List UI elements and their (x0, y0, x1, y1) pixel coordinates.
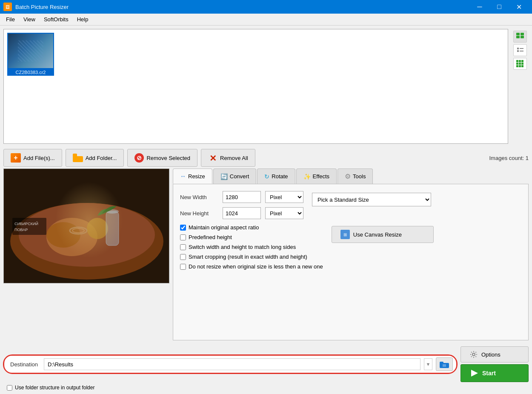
app-title: Batch Picture Resizer (15, 4, 69, 10)
resize-form: New Width Pixel Percent Centimeter Inch (180, 191, 521, 270)
checkbox-switch-sides: Switch width and height to match long si… (180, 244, 323, 250)
no-resize-checkbox[interactable] (180, 264, 186, 270)
add-folder-button[interactable]: Add Folder... (66, 149, 124, 167)
predefined-height-label: Predefined height (189, 234, 232, 240)
svg-rect-9 (519, 60, 521, 62)
thumbnail-view-button[interactable] (513, 31, 527, 43)
no-resize-label: Do not resize when original size is less… (189, 263, 323, 270)
tab-convert[interactable]: 🔄 Convert (213, 168, 257, 184)
height-unit-select[interactable]: Pixel Percent Centimeter Inch (265, 207, 303, 219)
convert-tab-label: Convert (230, 173, 249, 180)
svg-rect-2 (516, 36, 520, 38)
minimize-button[interactable]: ─ (470, 0, 489, 14)
food-photo-svg: СИБИРСКИЙ ПОВАР (4, 169, 169, 283)
svg-rect-8 (516, 60, 518, 62)
options-button[interactable]: Options (460, 346, 529, 363)
menu-view[interactable]: View (19, 14, 40, 24)
list-view-icon (516, 46, 524, 54)
resize-tab-label: Resize (188, 173, 205, 180)
remove-selected-label: Remove Selected (146, 155, 190, 161)
menu-file[interactable]: File (2, 14, 19, 24)
svg-rect-5 (520, 48, 523, 49)
svg-point-25 (70, 227, 87, 234)
view-controls (512, 29, 529, 144)
tab-rotate[interactable]: ↻ Rotate (257, 168, 295, 184)
file-list-container[interactable]: CZ2B0383.cr2 (3, 29, 508, 144)
close-button[interactable]: ✕ (509, 0, 529, 14)
file-thumbnail[interactable]: CZ2B0383.cr2 (7, 33, 54, 76)
checkbox-smart-crop: Smart cropping (result in exact width an… (180, 254, 323, 260)
menu-softorbits[interactable]: SoftOrbits (40, 14, 73, 24)
smart-cropping-label: Smart cropping (result in exact width an… (189, 254, 307, 260)
use-folder-structure-row: Use folder structure in output folder (5, 385, 527, 391)
new-width-label: New Width (180, 194, 218, 200)
start-button[interactable]: Start (460, 364, 529, 382)
title-bar: 🖼 Batch Picture Resizer ─ □ ✕ (0, 0, 532, 14)
svg-text:ПОВАР: ПОВАР (14, 228, 28, 232)
right-panel: ↔ Resize 🔄 Convert ↻ Rotate ✨ Effects ⚙ (173, 168, 529, 340)
svg-rect-11 (516, 63, 518, 65)
title-bar-left: 🖼 Batch Picture Resizer (3, 3, 69, 11)
rotate-tab-label: Rotate (272, 173, 288, 180)
svg-rect-14 (516, 65, 518, 67)
new-height-label: New Height (180, 210, 218, 217)
add-files-label: Add File(s)... (23, 155, 55, 161)
checkbox-aspect-ratio: Maintain original aspect ratio (180, 224, 323, 231)
aspect-ratio-checkbox[interactable] (180, 225, 186, 231)
svg-point-34 (472, 353, 475, 356)
app-icon: 🖼 (3, 3, 12, 11)
svg-rect-4 (517, 48, 519, 49)
resize-tab-content: New Width Pixel Percent Centimeter Inch (173, 184, 529, 340)
svg-rect-0 (516, 33, 520, 35)
toolbar: + Add File(s)... Add Folder... ⊘ Remove … (0, 147, 532, 168)
remove-selected-button[interactable]: ⊘ Remove Selected (127, 149, 197, 167)
destination-row: Destination ▼ (3, 355, 457, 374)
tab-effects[interactable]: ✨ Effects (296, 168, 337, 184)
file-name: CZ2B0383.cr2 (7, 69, 54, 76)
add-files-button[interactable]: + Add File(s)... (3, 149, 62, 167)
destination-input[interactable] (44, 358, 420, 370)
svg-rect-1 (521, 33, 524, 35)
new-height-row: New Height Pixel Percent Centimeter Inch (180, 207, 303, 219)
canvas-resize-button[interactable]: ⊞ Use Canvas Resize (332, 226, 434, 243)
convert-tab-icon: 🔄 (220, 173, 228, 180)
browse-folder-icon (440, 360, 449, 368)
switch-sides-label: Switch width and height to match long si… (189, 244, 296, 250)
destination-dropdown-button[interactable]: ▼ (424, 358, 432, 370)
svg-marker-35 (471, 370, 478, 377)
effects-tab-icon: ✨ (303, 173, 311, 180)
maximize-button[interactable]: □ (489, 0, 509, 14)
preview-panel: СИБИРСКИЙ ПОВАР (3, 168, 169, 340)
tools-tab-icon: ⚙ (345, 172, 351, 180)
preview-image-inner: СИБИРСКИЙ ПОВАР (4, 169, 169, 283)
tab-resize[interactable]: ↔ Resize (173, 168, 212, 184)
standard-size-select[interactable]: Pick a Standard Size (312, 193, 431, 206)
aspect-ratio-label: Maintain original aspect ratio (189, 224, 259, 231)
destination-browse-button[interactable] (436, 357, 453, 371)
new-width-input[interactable] (223, 191, 261, 203)
svg-rect-33 (443, 364, 446, 367)
list-view-button[interactable] (513, 44, 527, 56)
predefined-height-checkbox[interactable] (180, 234, 186, 240)
svg-text:СИБИРСКИЙ: СИБИРСКИЙ (14, 221, 38, 226)
add-folder-label: Add Folder... (86, 155, 117, 161)
destination-label: Destination (8, 361, 40, 368)
rotate-tab-icon: ↻ (264, 173, 269, 180)
new-height-input[interactable] (223, 207, 261, 219)
smart-cropping-checkbox[interactable] (180, 254, 186, 260)
preview-image: СИБИРСКИЙ ПОВАР (3, 168, 169, 283)
menu-help[interactable]: Help (73, 14, 93, 24)
options-gear-icon (469, 350, 478, 359)
tab-tools[interactable]: ⚙ Tools (338, 168, 373, 184)
remove-all-label: Remove All (220, 155, 248, 161)
svg-rect-16 (521, 65, 523, 67)
width-unit-select[interactable]: Pixel Percent Centimeter Inch (265, 191, 303, 203)
svg-rect-7 (520, 51, 523, 51)
svg-rect-15 (519, 65, 521, 67)
grid-view-button[interactable] (513, 58, 527, 70)
svg-point-22 (87, 218, 108, 239)
remove-all-button[interactable]: ✕ Remove All (201, 149, 255, 167)
use-folder-structure-checkbox[interactable] (7, 385, 12, 391)
switch-sides-checkbox[interactable] (180, 244, 186, 250)
effects-tab-label: Effects (313, 173, 330, 180)
